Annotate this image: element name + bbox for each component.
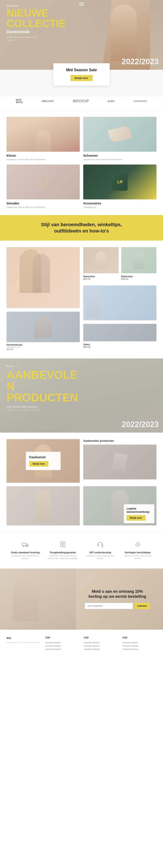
- feature-discounts-title: Kortingen beschikbaar: [125, 551, 151, 554]
- category-sieraden[interactable]: Sieraden Sample text. Click to select th…: [6, 164, 80, 209]
- feature-return: Terugbetalingsgarantie Sample text. Clic…: [44, 539, 82, 562]
- category-schoenen-image: [83, 117, 157, 152]
- person-shape-2: [33, 254, 50, 293]
- fashionist-overlay: Fashionist Bekijk meer: [26, 452, 60, 470]
- bottom-person-shape: [36, 490, 51, 522]
- overhemd-price: $60.00: [6, 348, 80, 351]
- season-person-shape: [85, 288, 100, 318]
- damestop-card-1: Damestop $30.00: [83, 247, 119, 282]
- ring-shape: [38, 177, 49, 187]
- bottom-person-card: [6, 486, 80, 525]
- yellow-banner-text: Stijl van beroemdheden, winkeltips,outfi…: [6, 222, 157, 234]
- hero-eyebrow: Stylietips: [6, 4, 66, 7]
- footer-link-2-2[interactable]: Voorbeld website2: [84, 645, 118, 647]
- overhemd-card: Overhemd jas Afbeelding van... $60.00: [6, 312, 80, 352]
- footer-col-1-title: top: [45, 637, 80, 639]
- newsletter-content: Meld u aan en ontvang 10% korting op uw …: [85, 589, 150, 609]
- hero-title-line2: collectie: [6, 18, 66, 29]
- featured-section: Fashionist Bekijk meer Aanbevolen produc…: [0, 433, 163, 532]
- category-kleren-name: Kleren: [6, 154, 80, 157]
- svg-rect-0: [22, 543, 26, 546]
- footer-link-1-1[interactable]: Voorbeld website1: [45, 642, 80, 644]
- overhemd-info: Overhemd jas Afbeelding van... $60.00: [6, 342, 80, 352]
- featured-season-button[interactable]: Bekijk meer: [126, 515, 146, 521]
- fashionist-button[interactable]: Bekijk meer: [29, 461, 48, 467]
- feature-delivery: Gratis standaard levering Sample text. C…: [6, 539, 44, 562]
- newsletter-submit-button[interactable]: Indiemen: [134, 603, 150, 609]
- footer-brand-col: trio Sample text. Up to select the Text …: [6, 637, 41, 651]
- feature-delivery-desc: Sample text. Click to select the Text El…: [8, 555, 42, 559]
- gear-icon: [134, 541, 141, 549]
- svg-rect-7: [97, 545, 98, 546]
- footer-link-2-1[interactable]: Voorbeld website1: [84, 642, 118, 644]
- overhemd-shape: [35, 316, 52, 338]
- category-accessoires[interactable]: Accessoires Afbeelding van...: [83, 164, 157, 209]
- brand-new-wave: NEWWAVE: [16, 99, 23, 103]
- category-kleren-image: [6, 117, 80, 152]
- jeans-price: $80.00: [83, 346, 157, 348]
- sale-card: Mid Season Sale Bekijk meer: [53, 63, 110, 86]
- footer-col-2: top Voorbeld website1 Voorbeld website2 …: [84, 637, 118, 651]
- footer-link-1-3[interactable]: Voorbeld website3: [45, 648, 80, 650]
- hero-description: Sample text. Click to select the Text El…: [6, 36, 41, 41]
- season-sale-card: Laatste seizoensverkoop Bekijk meer: [83, 285, 157, 320]
- category-accessoires-name: Accessoires: [83, 202, 157, 205]
- damestop-price-1: $30.00: [83, 278, 119, 280]
- hero2-content: Beste Aanbevolenproducten Zich onverschi…: [6, 365, 78, 411]
- brands-section: NEWWAVE ORGANIC Mockup Alba LUMINOUS: [0, 97, 163, 110]
- aanbevolen-card: Aanbevolen producten: [83, 439, 157, 483]
- feature-support-desc: Sample text. Click to select the Text El…: [83, 555, 117, 559]
- newsletter-email-input[interactable]: [85, 603, 133, 609]
- feature-discounts: Kortingen beschikbaar Sample text. Click…: [119, 539, 157, 562]
- yellow-banner: Stijl van beroemdheden, winkeltips,outfi…: [0, 215, 163, 241]
- damestop-card-2: Damestop $38.00: [121, 247, 157, 282]
- sale-button[interactable]: Bekijk meer: [71, 75, 92, 81]
- new-arrivals-card: Elke dag nieuwe aankomsten Bekijk meer: [6, 247, 80, 308]
- hero2-eyebrow: Beste: [6, 365, 78, 367]
- category-schoenen[interactable]: Schoenen Sample text. Click to select th…: [83, 117, 157, 161]
- svg-rect-8: [102, 545, 103, 546]
- footer-brand-desc: Sample text. Up to select the Text Eleme…: [6, 641, 41, 644]
- category-accessoires-image: [83, 164, 157, 199]
- footer-link-3-1[interactable]: Voorbeld website1: [122, 642, 157, 644]
- damestop-info-2: Damestop $38.00: [121, 273, 157, 282]
- hero2-year: 2022/2023: [122, 420, 159, 429]
- jeans-image: [83, 324, 157, 341]
- footer-link-3-3[interactable]: Voorbeld website3: [122, 648, 157, 650]
- svg-point-1: [23, 546, 24, 547]
- brand-organic: ORGANIC: [42, 100, 54, 103]
- category-schoenen-name: Schoenen: [83, 154, 157, 157]
- categories-section: Kleren Sample text. Click to select the …: [0, 110, 163, 215]
- featured-season-card: Laatste seizoensverkoop Bekijk meer: [83, 486, 157, 525]
- footer-col-1: top Voorbeld website1 Voorbeld website2 …: [45, 637, 80, 651]
- footer-link-1-2[interactable]: Voorbeld website2: [45, 645, 80, 647]
- feature-delivery-title: Gratis standaard levering: [11, 551, 40, 554]
- category-kleren[interactable]: Kleren Sample text. Click to select the …: [6, 117, 80, 161]
- hero-title-line1: Nieuwe: [6, 8, 66, 18]
- newsletter-person-shape: [13, 577, 39, 621]
- features-row: Gratis standaard levering Sample text. C…: [0, 532, 163, 568]
- category-sieraden-name: Sieraden: [6, 202, 80, 205]
- damestop-name-1: Damestop: [83, 275, 119, 278]
- hamburger-menu[interactable]: [79, 3, 84, 6]
- headset-icon: [97, 541, 104, 549]
- category-sieraden-desc: Sample text. Click to select the Text El…: [6, 206, 80, 209]
- kleren-shape: [6, 117, 80, 152]
- left-column: Elke dag nieuwe aankomsten Bekijk meer O…: [6, 247, 80, 352]
- products-section: Elke dag nieuwe aankomsten Bekijk meer O…: [0, 241, 163, 359]
- top2-shape: [133, 251, 144, 269]
- aanbevolen-image: [83, 444, 157, 479]
- sale-card-wrapper: Mid Season Sale Bekijk meer: [0, 70, 163, 97]
- jeans-info: Jeans $80.00: [83, 341, 157, 350]
- aanbevolen-title: Aanbevolen producten: [83, 439, 157, 442]
- footer-link-3-2[interactable]: Voorbeld website2: [122, 645, 157, 647]
- brand-mockup: Mockup: [73, 99, 89, 103]
- feature-return-desc: Sample text. Click to select the Text El…: [46, 555, 80, 559]
- categories-grid: Kleren Sample text. Click to select the …: [6, 117, 157, 209]
- damestop-price-2: $38.00: [121, 278, 157, 280]
- feature-discounts-desc: Sample text. Click to select the Text El…: [121, 555, 155, 559]
- hero2-subdesc: Sample text. Click to select the Text El…: [6, 409, 78, 411]
- featured-season-overlay: Laatste seizoensverkoop Bekijk meer: [124, 504, 154, 523]
- footer-link-2-3[interactable]: Voorbeld website3: [84, 648, 118, 650]
- hero-year: 2022/2023: [122, 57, 159, 66]
